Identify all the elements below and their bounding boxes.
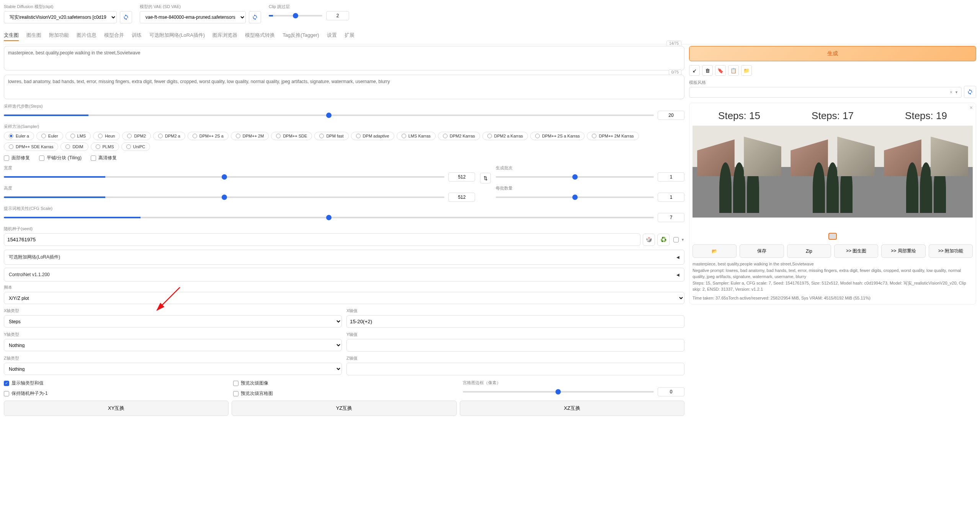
sampler-euler-a[interactable]: Euler a (4, 132, 34, 140)
swap-wh-button[interactable]: ⇅ (480, 173, 491, 183)
sampler-dpm---2m[interactable]: DPM++ 2M (231, 132, 269, 140)
refresh-icon (252, 14, 258, 20)
tab-9[interactable]: Tag反推(Tagger) (283, 30, 319, 41)
trash-icon-button[interactable]: 🗑 (702, 65, 713, 76)
tab-11[interactable]: 扩展 (345, 30, 354, 41)
clipboard-icon-button[interactable]: 📋 (728, 65, 739, 76)
hires-checkbox[interactable]: 高清修复 (91, 155, 117, 161)
sampler-dpm---2s-a-karras[interactable]: DPM++ 2S a Karras (530, 132, 585, 140)
height-slider[interactable] (4, 196, 444, 198)
sampler-dpm2-karras[interactable]: DPM2 Karras (438, 132, 480, 140)
arrow-icon-button[interactable]: ↙ (689, 65, 700, 76)
sampler-euler[interactable]: Euler (36, 132, 63, 140)
sampler-dpm---sde-karras[interactable]: DPM++ SDE Karras (4, 142, 58, 151)
tab-3[interactable]: 图片信息 (77, 30, 96, 41)
template-refresh-button[interactable] (964, 86, 976, 98)
tab-7[interactable]: 图库浏览器 (212, 30, 237, 41)
x-values-input[interactable] (346, 315, 684, 328)
y-values-input[interactable] (346, 339, 684, 352)
sampler-dpm---2m-karras[interactable]: DPM++ 2M Karras (587, 132, 639, 140)
tab-6[interactable]: 可选附加网络(LoRA插件) (149, 30, 205, 41)
send-extras-button[interactable]: >> 附加功能 (929, 244, 973, 258)
seed-random-button[interactable]: 🎲 (643, 234, 655, 246)
x-type-select[interactable]: Steps (4, 315, 342, 327)
bookmark-icon-button[interactable]: 🔖 (715, 65, 726, 76)
clip-slider[interactable] (269, 15, 322, 16)
clip-value[interactable] (326, 11, 349, 20)
vae-refresh-button[interactable] (249, 11, 261, 23)
grid-header-1: Steps: 15 (718, 110, 760, 122)
save-button[interactable]: 保存 (740, 244, 784, 258)
chevron-down-icon: ▼ (681, 238, 684, 242)
steps-slider[interactable] (4, 115, 654, 116)
tab-10[interactable]: 设置 (327, 30, 337, 41)
sampler-dpm2-a[interactable]: DPM2 a (153, 132, 185, 140)
tab-8[interactable]: 模型格式转换 (245, 30, 275, 41)
zip-button[interactable]: Zip (787, 244, 831, 258)
folder-icon-button[interactable]: 📁 (741, 65, 752, 76)
sampler-lms[interactable]: LMS (65, 132, 91, 140)
seed-extra-checkbox[interactable] (673, 237, 679, 242)
cfg-value[interactable] (658, 213, 684, 222)
sampler-dpm2-a-karras[interactable]: DPM2 a Karras (482, 132, 528, 140)
tab-5[interactable]: 训练 (132, 30, 142, 41)
open-folder-button[interactable]: 📂 (693, 244, 737, 258)
restore-faces-checkbox[interactable]: 面部修复 (4, 155, 30, 161)
sampler-dpm-fast[interactable]: DPM fast (314, 132, 348, 140)
sampler-unipc[interactable]: UniPC (121, 142, 150, 151)
sampler-plms[interactable]: PLMS (91, 142, 119, 151)
swap-xz-button[interactable]: XZ互换 (460, 401, 684, 416)
batch-size-value[interactable] (658, 193, 684, 202)
height-value[interactable] (448, 193, 475, 202)
template-select[interactable]: ×▼ (689, 87, 962, 98)
grid-margin-slider[interactable] (463, 391, 654, 393)
sampler-heun[interactable]: Heun (93, 132, 120, 140)
include-sub-checkbox[interactable]: 预览次级图像 (233, 380, 455, 386)
tab-0[interactable]: 文生图 (4, 30, 19, 41)
sampler-dpm-adaptive[interactable]: DPM adaptive (351, 132, 394, 140)
model-select[interactable]: 写实\realisticVisionV20_v20.safetensors [c… (4, 11, 117, 23)
steps-value[interactable] (658, 111, 684, 120)
include-sub-grids-checkbox[interactable]: 预览次级宫格图 (233, 390, 455, 397)
close-output-button[interactable]: × (970, 105, 973, 111)
sampler-dpm---sde[interactable]: DPM++ SDE (271, 132, 312, 140)
sampler-ddim[interactable]: DDIM (60, 142, 88, 151)
result-image-2[interactable] (786, 126, 879, 218)
controlnet-accordion[interactable]: ControlNet v1.1.200 ◀ (4, 268, 684, 282)
sampler-lms-karras[interactable]: LMS Karras (397, 132, 436, 140)
neg-prompt-input[interactable]: lowres, bad anatomy, bad hands, text, er… (4, 75, 684, 99)
prompt-input[interactable]: masterpiece, best quality,people walking… (4, 46, 684, 70)
script-select[interactable]: X/Y/Z plot (4, 292, 684, 304)
tab-1[interactable]: 图生图 (26, 30, 41, 41)
result-image-3[interactable] (879, 126, 973, 218)
model-refresh-button[interactable] (120, 11, 132, 23)
tab-2[interactable]: 附加功能 (49, 30, 69, 41)
sampler-dpm---2s-a[interactable]: DPM++ 2S a (188, 132, 229, 140)
z-type-select[interactable]: Nothing (4, 363, 342, 375)
vae-select[interactable]: vae-ft-mse-840000-ema-pruned.safetensors (140, 11, 246, 23)
seed-input[interactable] (4, 233, 640, 246)
cfg-slider[interactable] (4, 217, 654, 218)
result-image-1[interactable] (693, 126, 786, 218)
grid-margin-value[interactable] (658, 387, 684, 396)
swap-yz-button[interactable]: YZ互换 (232, 401, 456, 416)
sampler-dpm2[interactable]: DPM2 (122, 132, 151, 140)
lora-accordion[interactable]: 可选附加网络(LoRA插件) ◀ (4, 250, 684, 265)
width-slider[interactable] (4, 176, 444, 178)
draw-legend-checkbox[interactable]: 显示轴类型和值 (4, 380, 225, 386)
tab-4[interactable]: 模型合并 (104, 30, 124, 41)
width-value[interactable] (448, 172, 475, 182)
send-inpaint-button[interactable]: >> 局部重绘 (881, 244, 925, 258)
batch-count-slider[interactable] (496, 176, 654, 178)
swap-xy-button[interactable]: XY互换 (4, 401, 229, 416)
batch-size-slider[interactable] (496, 196, 654, 198)
batch-count-value[interactable] (658, 172, 684, 182)
generate-button[interactable]: 生成 (689, 46, 976, 61)
result-thumbnail[interactable] (828, 233, 837, 240)
y-type-select[interactable]: Nothing (4, 339, 342, 351)
keep-seed-checkbox[interactable]: 保持随机种子为-1 (4, 390, 225, 397)
tiling-checkbox[interactable]: 平铺/分块 (Tiling) (39, 155, 82, 161)
seed-reuse-button[interactable]: ♻️ (657, 234, 670, 246)
z-values-input[interactable] (346, 363, 684, 375)
send-img2img-button[interactable]: >> 图生图 (834, 244, 878, 258)
